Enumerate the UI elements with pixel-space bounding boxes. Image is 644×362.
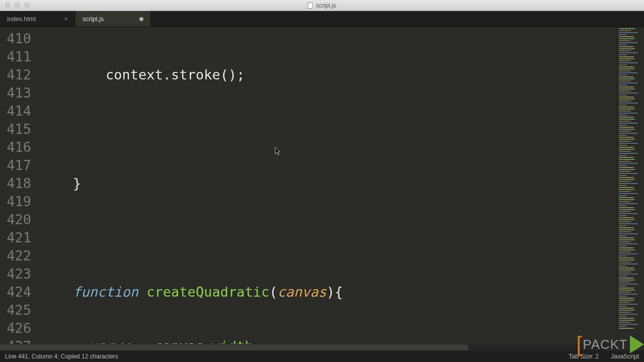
line-number: 416 <box>0 138 31 156</box>
line-number: 412 <box>0 66 31 84</box>
window-title: script.js <box>308 2 337 9</box>
window-title-text: script.js <box>316 2 337 9</box>
code-content[interactable]: context.stroke(); } function createQuadr… <box>40 27 616 351</box>
play-triangle-icon <box>630 335 644 353</box>
traffic-lights <box>0 3 30 8</box>
bracket-icon: [ <box>577 334 583 355</box>
line-number: 411 <box>0 48 31 66</box>
minimap[interactable] <box>616 27 644 351</box>
close-icon[interactable]: × <box>64 15 68 23</box>
document-icon <box>308 3 313 9</box>
watermark-text: PACKT <box>583 337 628 352</box>
line-number: 425 <box>0 301 31 319</box>
line-number: 423 <box>0 265 31 283</box>
line-number: 417 <box>0 156 31 174</box>
scrollbar-thumb[interactable] <box>0 344 468 350</box>
line-number: 419 <box>0 193 31 211</box>
close-window-icon[interactable] <box>5 3 11 8</box>
horizontal-scrollbar[interactable] <box>0 344 616 351</box>
line-number: 415 <box>0 120 31 138</box>
minimize-window-icon[interactable] <box>15 3 20 8</box>
line-number: 422 <box>0 247 31 265</box>
tab-label: script.js <box>83 16 104 23</box>
tab-index-html[interactable]: index.html × <box>0 11 75 27</box>
line-number: 424 <box>0 283 31 301</box>
line-number: 413 <box>0 84 31 102</box>
line-number: 421 <box>0 229 31 247</box>
line-number: 426 <box>0 319 31 337</box>
line-number: 410 <box>0 30 31 48</box>
line-number: 418 <box>0 174 31 193</box>
zoom-window-icon[interactable] <box>24 3 30 8</box>
editor-area[interactable]: 4104114124134144154164174184194204214224… <box>0 27 644 351</box>
tab-bar: index.html × script.js <box>0 11 644 27</box>
line-gutter: 4104114124134144154164174184194204214224… <box>0 27 40 351</box>
dirty-indicator-icon <box>139 17 143 21</box>
packt-watermark: [ PACKT <box>577 334 644 355</box>
line-number: 414 <box>0 102 31 120</box>
status-cursor-info: Line 441, Column 4; Copied 12 characters <box>5 353 118 360</box>
tab-label: index.html <box>7 16 36 23</box>
line-number: 420 <box>0 211 31 229</box>
window-titlebar: script.js <box>0 0 644 11</box>
status-bar: Line 441, Column 4; Copied 12 characters… <box>0 351 644 362</box>
tab-script-js[interactable]: script.js <box>75 11 151 27</box>
